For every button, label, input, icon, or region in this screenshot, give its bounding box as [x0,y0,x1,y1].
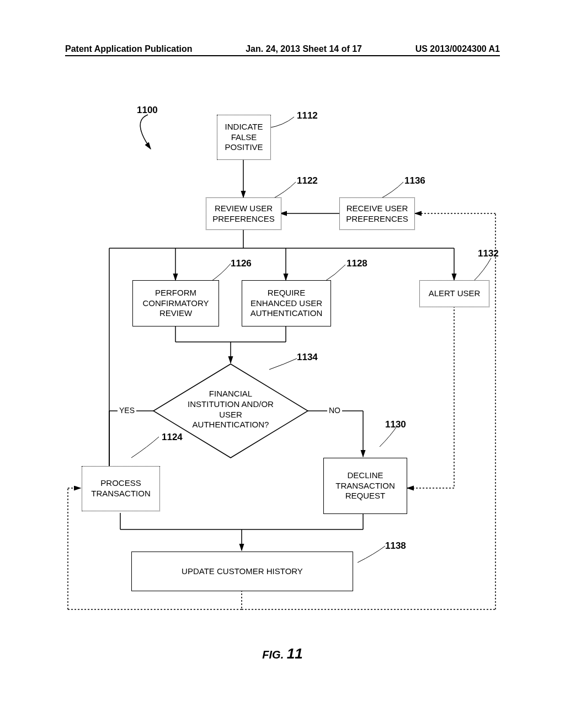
label-yes: YES [118,406,136,415]
header-rule [65,55,500,56]
ref-1138: 1138 [385,540,406,552]
label-no: NO [327,406,342,415]
ref-1124: 1124 [162,432,183,443]
box-alert-user: ALERT USER [419,280,489,307]
box-indicate-false-positive: INDICATE FALSE POSITIVE [217,115,271,160]
box-decline-transaction: DECLINE TRANSACTION REQUEST [323,458,407,514]
figure-number: 11 [287,645,303,662]
header-left: Patent Application Publication [65,44,193,54]
ref-1136: 1136 [404,175,425,186]
ref-1112: 1112 [297,110,318,121]
decision-financial-auth: FINANCIAL INSTITUTION AND/OR USER AUTHEN… [175,389,286,430]
flowchart-diagram: 1100 1112 1122 1136 1126 1128 1132 1134 … [65,105,500,629]
header-center: Jan. 24, 2013 Sheet 14 of 17 [246,44,362,54]
box-update-customer-history: UPDATE CUSTOMER HISTORY [131,552,353,591]
ref-1100: 1100 [137,105,158,116]
extra-connectors [65,105,500,629]
figure-label: FIG. [262,649,284,661]
ref-1128: 1128 [347,258,367,269]
ref-1130: 1130 [385,419,406,430]
box-require-enhanced-auth: REQUIRE ENHANCED USER AUTHENTICATION [242,280,331,326]
figure-caption: FIG. 11 [65,645,500,662]
header-right: US 2013/0024300 A1 [415,44,500,54]
box-process-transaction: PROCESS TRANSACTION [82,466,160,511]
ref-1132: 1132 [478,248,499,259]
ref-1122: 1122 [297,175,318,186]
box-receive-user-preferences: RECEIVE USER PREFERENCES [339,197,415,230]
connector-lines [65,105,500,629]
box-review-user-preferences: REVIEW USER PREFERENCES [206,197,281,230]
ref-1126: 1126 [231,258,252,269]
box-perform-confirmatory-review: PERFORM CONFIRMATORY REVIEW [132,280,219,326]
ref-1134: 1134 [297,352,318,363]
